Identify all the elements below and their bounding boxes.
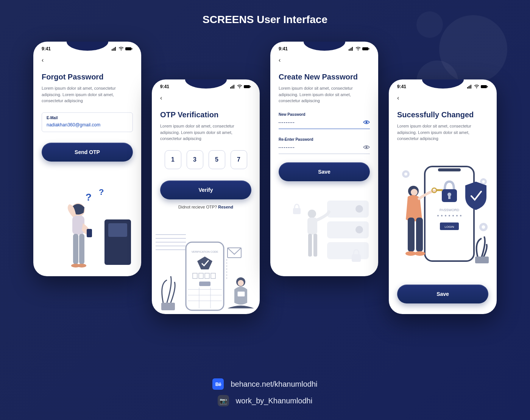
back-button[interactable]: ‹ [389,91,497,101]
wifi-icon [237,85,242,89]
svg-rect-84 [448,195,450,199]
status-icons [467,85,488,89]
svg-rect-61 [293,208,301,214]
credit-text: work_by_Khanumlodhi [236,397,312,405]
svg-rect-66 [313,234,317,257]
reenter-password-field[interactable]: Re-Enter Password ••••••••• [279,137,370,154]
svg-rect-68 [468,86,469,89]
svg-point-92 [460,215,461,216]
screen-title: Create New Password [279,73,370,81]
svg-rect-30 [161,303,175,310]
svg-point-86 [437,215,439,216]
wifi-icon [118,47,124,51]
svg-point-75 [404,173,407,176]
resend-row: Didnot recieve OTP? Resend [160,205,251,209]
phone-otp-verification: 9:41 ‹ OTP Verification Lorem ipsum dolo… [152,79,260,314]
screen-description: Lorem ipsum dolor sit amet, consectetur … [160,123,251,142]
svg-rect-70 [471,85,471,89]
svg-point-55 [366,146,368,148]
svg-text:?: ? [99,187,104,197]
svg-point-89 [449,215,450,216]
svg-text:LOGIN: LOGIN [445,225,454,229]
svg-point-54 [366,121,368,123]
svg-point-63 [308,210,316,218]
email-field-wrap[interactable]: E-Mail [42,112,133,132]
status-time: 9:41 [42,46,51,51]
svg-point-59 [355,205,363,213]
svg-point-45 [238,280,244,286]
otp-digit[interactable]: 3 [187,150,203,169]
illustration-man-security [270,189,378,276]
svg-rect-20 [232,86,233,89]
new-password-field[interactable]: New Password ••••••••• [279,112,370,129]
svg-rect-73 [487,86,488,87]
svg-point-15 [77,264,86,268]
svg-point-22 [239,87,240,88]
screens-row: 9:41 ‹ Forgot Password Lorem ipsum dolor… [0,42,530,363]
reenter-password-value: ••••••••• [279,146,295,149]
svg-rect-3 [115,47,116,51]
svg-rect-65 [308,234,312,257]
svg-point-51 [358,50,359,50]
svg-rect-17 [108,223,127,237]
svg-rect-18 [230,87,231,89]
signal-icon [112,47,117,51]
svg-point-88 [445,215,446,216]
battery-icon [481,85,488,89]
status-icons [349,47,370,51]
screen-title: Forgot Password [42,73,133,81]
eye-icon[interactable] [363,120,370,126]
svg-rect-103 [475,257,489,263]
back-button[interactable]: ‹ [33,53,141,64]
svg-rect-67 [467,87,468,89]
verify-button[interactable]: Verify [160,180,251,199]
email-input[interactable] [47,122,128,128]
page-title: SCREENS User Interface [0,14,530,26]
svg-rect-72 [481,85,487,88]
svg-rect-52 [362,47,368,50]
screen-description: Lorem ipsum dolor sit amet, consectetur … [397,123,488,142]
svg-point-60 [355,226,363,233]
svg-rect-102 [436,189,443,191]
phone-success: 9:41 ‹ Sucessfully Changed Lorem ipsum d… [389,79,497,314]
new-password-value: ••••••••• [279,121,295,124]
signal-icon [467,85,472,89]
svg-rect-53 [369,48,369,50]
otp-digit[interactable]: 5 [209,150,225,169]
status-icons [112,47,133,51]
send-otp-button[interactable]: Send OTP [42,143,133,162]
signal-icon [349,47,354,51]
svg-rect-98 [416,218,423,252]
status-icons [230,85,251,89]
save-button[interactable]: Save [279,162,370,181]
otp-digit[interactable]: 1 [165,150,181,169]
battery-icon [244,85,251,89]
svg-rect-47 [349,49,349,51]
svg-rect-49 [351,48,352,51]
behance-link[interactable]: behance.net/khanumlodhi [231,380,317,389]
otp-input-row: 1 3 5 7 [160,150,251,169]
svg-point-79 [482,226,485,229]
back-button[interactable]: ‹ [270,53,378,64]
otp-digit[interactable]: 7 [231,150,247,169]
svg-rect-69 [469,86,470,89]
svg-rect-58 [327,242,369,259]
resend-link[interactable]: Resend [218,205,233,209]
status-time: 9:41 [397,84,406,89]
back-button[interactable]: ‹ [152,91,260,101]
eye-icon[interactable] [363,145,370,151]
status-time: 9:41 [160,84,169,89]
status-time: 9:41 [279,46,288,51]
svg-rect-81 [438,168,461,171]
save-button[interactable]: Save [397,285,488,303]
illustration-success: PASSWORD LOGIN [389,155,497,284]
svg-rect-97 [408,218,415,252]
screen-description: Lorem ipsum dolor sit amet, consectetur … [42,85,133,104]
svg-rect-11 [87,229,92,237]
phone-create-password: 9:41 ‹ Create New Password Lorem ipsum d… [270,42,378,276]
svg-point-4 [121,50,122,50]
svg-rect-5 [125,47,131,50]
svg-point-100 [415,251,425,256]
footer: Bē behance.net/khanumlodhi 📷 work_by_Kha… [0,378,530,406]
svg-point-91 [456,215,458,216]
